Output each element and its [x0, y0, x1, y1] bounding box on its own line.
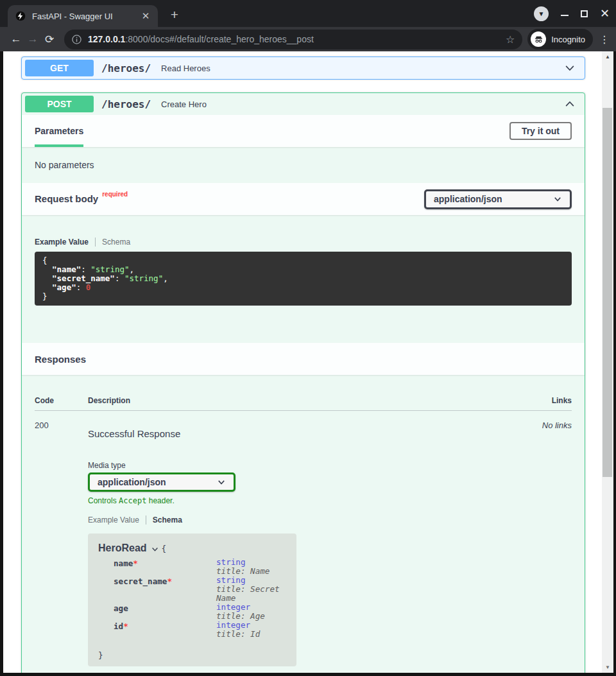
col-links: Links [552, 396, 572, 405]
post-method-badge: POST [25, 96, 94, 112]
browser-menu-icon[interactable]: ⋮ [599, 33, 610, 46]
tab-parameters: Parameters [35, 115, 83, 147]
tab-divider [95, 238, 96, 247]
browser-titlebar: FastAPI - Swagger UI ✕ + ▼ ✕ [0, 0, 616, 27]
minimize-button[interactable] [561, 15, 569, 16]
tab-schema[interactable]: Schema [153, 516, 182, 524]
opblock-get-heroes: GET /heroes/ Read Heroes [21, 56, 585, 80]
window-controls: ▼ ✕ [534, 0, 610, 27]
opblock-post-heroes: POST /heroes/ Create Hero Parameters Try… [21, 92, 585, 673]
model-prop-name: name* stringtitle: Name [114, 558, 286, 576]
browser-tab[interactable]: FastAPI - Swagger UI ✕ [8, 5, 158, 27]
incognito-icon [531, 31, 546, 47]
swagger-page: GET /heroes/ Read Heroes POST /heroes/ C… [3, 51, 602, 673]
col-description: Description [88, 396, 552, 405]
model-prop-age: age integertitle: Age [114, 603, 286, 621]
no-parameters-text: No parameters [22, 147, 585, 183]
responses-pane: Code Description Links 200 Successful Re… [22, 375, 585, 673]
address-bar[interactable]: 127.0.0.1:8000/docs#/default/create_hero… [64, 30, 522, 49]
request-example-code: { "name": "string", "secret_name": "stri… [35, 252, 572, 306]
tab-close-icon[interactable]: ✕ [140, 10, 151, 22]
chevron-down-icon[interactable] [564, 62, 576, 74]
accept-code: Accept [119, 496, 146, 505]
post-path: /heroes/ [101, 98, 151, 110]
site-info-icon[interactable] [72, 35, 81, 44]
opblock-get-summary[interactable]: GET /heroes/ Read Heroes [22, 57, 585, 79]
responses-title: Responses [35, 354, 86, 365]
required-star: * [167, 576, 172, 586]
tab-schema[interactable]: Schema [102, 238, 130, 247]
tab-example-value[interactable]: Example Value [35, 238, 89, 247]
required-star: * [123, 621, 128, 631]
scrollbar-thumb[interactable] [603, 108, 612, 477]
page-scrollbar[interactable]: ▲ ▼ [602, 51, 613, 673]
post-summary-text: Create Hero [161, 100, 207, 109]
bookmark-star-icon[interactable]: ☆ [506, 33, 515, 46]
select-chevron-icon [217, 478, 226, 487]
required-star: * [133, 559, 138, 568]
request-body-title: Request body [35, 193, 98, 204]
back-icon[interactable]: ← [8, 33, 24, 46]
model-toggle-chevron-icon[interactable] [151, 545, 159, 553]
maximize-button[interactable] [581, 10, 588, 17]
get-method-badge: GET [25, 60, 94, 76]
chevron-up-icon[interactable] [564, 98, 576, 110]
request-body-header: Request bodyrequired application/json [22, 183, 585, 215]
url-host: 127.0.0.1 [88, 34, 125, 44]
col-code: Code [35, 396, 88, 405]
response-200-links: No links [542, 420, 572, 666]
scroll-down-icon[interactable]: ▼ [602, 664, 613, 670]
window-close-button[interactable]: ✕ [600, 8, 610, 19]
scroll-up-icon[interactable]: ▲ [602, 54, 613, 60]
response-media-type-select[interactable]: application/json [88, 472, 235, 492]
model-prop-id: id* integertitle: Id [114, 621, 286, 639]
opblock-post-summary[interactable]: POST /heroes/ Create Hero [22, 93, 585, 115]
incognito-label: Incognito [551, 35, 585, 44]
request-body-pane: Example Value Schema { "name": "string",… [22, 215, 585, 343]
controls-accept-note: Controls Accept header. [88, 496, 542, 505]
required-badge: required [102, 191, 128, 198]
media-type-label: Media type [88, 461, 542, 470]
response-code-200: 200 [35, 420, 88, 666]
heroread-model-box: HeroRead { name* stringtitle: [88, 533, 296, 666]
browser-viewport: GET /heroes/ Read Heroes POST /heroes/ C… [0, 51, 616, 676]
model-prop-secret-name: secret_name* stringtitle: Secret Name [114, 576, 286, 603]
response-200-description: Successful Response [88, 428, 542, 439]
response-example-tabs: Example Value Schema [88, 516, 542, 524]
response-row-422: 422 Validation Error No links [35, 666, 572, 673]
tab-title: FastAPI - Swagger UI [32, 12, 140, 21]
get-path: /heroes/ [101, 62, 151, 74]
tab-example-value[interactable]: Example Value [88, 516, 139, 524]
url-path: :8000/docs#/default/create_hero_heroes__… [125, 34, 313, 44]
try-it-out-button[interactable]: Try it out [509, 122, 572, 140]
tab-divider [146, 516, 146, 524]
fastapi-favicon-icon [15, 11, 26, 21]
request-media-type-select[interactable]: application/json [424, 189, 572, 209]
get-summary-text: Read Heroes [161, 64, 210, 73]
url-text[interactable]: 127.0.0.1:8000/docs#/default/create_hero… [88, 34, 501, 44]
responses-header: Responses [22, 343, 585, 375]
response-row-200: 200 Successful Response Media type appli… [35, 411, 572, 666]
browser-toolbar: ← → ⟳ 127.0.0.1:8000/docs#/default/creat… [0, 27, 616, 51]
forward-icon[interactable]: → [24, 33, 41, 46]
new-tab-button[interactable]: + [166, 6, 184, 24]
model-title: HeroRead [98, 542, 147, 554]
incognito-badge: Incognito [527, 29, 593, 49]
reload-icon[interactable]: ⟳ [41, 33, 58, 46]
select-chevron-icon [553, 195, 562, 204]
request-example-tabs: Example Value Schema [35, 238, 572, 247]
responses-table-header: Code Description Links [35, 396, 572, 411]
tab-search-button[interactable]: ▼ [534, 6, 549, 21]
parameters-header: Parameters Try it out [22, 115, 585, 147]
